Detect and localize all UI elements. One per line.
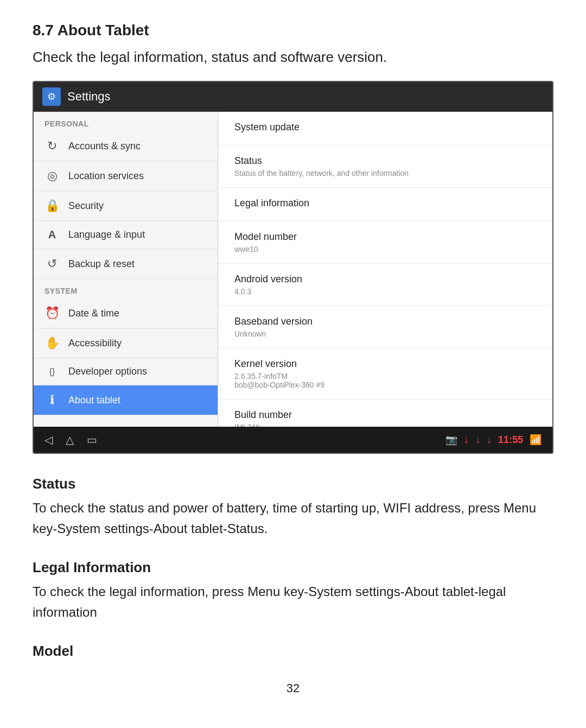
info-icon: ℹ: [44, 393, 60, 407]
settings-screenshot: ⚙ Settings PERSONAL ↻ Accounts & sync ◎ …: [33, 81, 553, 454]
clock-display: 11:55: [498, 434, 523, 446]
navbar-right-status: 📷 ↓ ↓ ↓ 11:55 📶: [445, 434, 542, 446]
system-update-title: System update: [234, 122, 536, 133]
baseband-version-value: Unknown: [234, 330, 536, 338]
settings-navbar: ◁ △ ▭ 📷 ↓ ↓ ↓ 11:55 📶: [34, 427, 552, 453]
sidebar-label-security: Security: [68, 200, 104, 212]
settings-content-panel: System update Status Status of the batte…: [218, 112, 552, 427]
content-model-number[interactable]: Model number wwe10: [218, 221, 552, 264]
content-build-number[interactable]: Build number IML74K: [218, 400, 552, 427]
sidebar-label-language-input: Language & input: [68, 229, 145, 240]
recent-apps-button[interactable]: ▭: [87, 433, 97, 446]
sidebar-label-accessibility: Accessibility: [68, 338, 122, 349]
content-legal-information[interactable]: Legal information: [218, 188, 552, 221]
content-baseband-version[interactable]: Baseband version Unknown: [218, 306, 552, 349]
content-system-update[interactable]: System update: [218, 112, 552, 145]
sidebar-label-location-services: Location services: [68, 170, 144, 182]
baseband-version-title: Baseband version: [234, 316, 536, 327]
legal-body-text: To check the legal information, press Me…: [33, 581, 553, 623]
settings-body: PERSONAL ↻ Accounts & sync ◎ Location se…: [34, 112, 552, 427]
model-number-title: Model number: [234, 231, 536, 243]
model-heading: Model: [33, 643, 553, 660]
content-kernel-version[interactable]: Kernel version 2.6.35.7-infoTM bob@bob-O…: [218, 349, 552, 400]
sidebar-label-date-time: Date & time: [68, 308, 119, 319]
settings-title: Settings: [67, 90, 111, 104]
settings-sidebar: PERSONAL ↻ Accounts & sync ◎ Location se…: [34, 112, 218, 427]
settings-app-icon: ⚙: [42, 87, 61, 106]
clock-icon: ⏰: [44, 306, 60, 320]
wifi-icon: 📶: [530, 434, 542, 446]
sidebar-item-location-services[interactable]: ◎ Location services: [34, 161, 218, 191]
page-number: 32: [33, 681, 553, 695]
home-button[interactable]: △: [66, 433, 74, 446]
back-button[interactable]: ◁: [44, 433, 53, 446]
navbar-left-buttons: ◁ △ ▭: [44, 433, 97, 446]
status-desc: Status of the battery, network, and othe…: [234, 169, 536, 178]
sidebar-item-about-tablet[interactable]: ℹ About tablet: [34, 385, 218, 415]
kernel-version-value: 2.6.35.7-infoTM bob@bob-OptiPlex-360 #9: [234, 372, 536, 389]
status-heading: Status: [33, 476, 553, 492]
status-body-section: Status To check the status and power of …: [33, 476, 553, 540]
sidebar-item-language-input[interactable]: A Language & input: [34, 221, 218, 249]
location-icon: ◎: [44, 169, 60, 183]
personal-section-label: PERSONAL: [34, 112, 218, 131]
sidebar-label-backup-reset: Backup & reset: [68, 258, 135, 270]
lock-icon: 🔒: [44, 199, 60, 213]
sidebar-item-accounts-sync[interactable]: ↻ Accounts & sync: [34, 131, 218, 161]
android-version-value: 4.0.3: [234, 287, 536, 296]
language-icon: A: [44, 229, 60, 241]
system-section-label: SYSTEM: [34, 279, 218, 299]
sidebar-item-security[interactable]: 🔒 Security: [34, 191, 218, 221]
build-number-title: Build number: [234, 409, 536, 421]
legal-heading: Legal Information: [33, 559, 553, 576]
sidebar-item-backup-reset[interactable]: ↺ Backup & reset: [34, 249, 218, 279]
sidebar-label-about-tablet: About tablet: [68, 395, 120, 406]
legal-information-title: Legal information: [234, 198, 536, 209]
sidebar-item-developer-options[interactable]: {} Developer options: [34, 358, 218, 385]
legal-body-section: Legal Information To check the legal inf…: [33, 559, 553, 623]
download-icon-1: ↓: [464, 434, 469, 446]
sidebar-label-developer-options: Developer options: [68, 366, 147, 377]
camera-status-icon: 📷: [445, 434, 457, 446]
backup-icon: ↺: [44, 257, 60, 271]
settings-titlebar: ⚙ Settings: [34, 82, 552, 112]
kernel-version-title: Kernel version: [234, 358, 536, 370]
sync-icon: ↻: [44, 139, 60, 153]
page-title: 8.7 About Tablet: [33, 22, 553, 39]
settings-icon-symbol: ⚙: [47, 91, 56, 103]
status-title: Status: [234, 155, 536, 167]
download-icon-3: ↓: [487, 434, 492, 446]
model-number-value: wwe10: [234, 245, 536, 254]
sidebar-label-accounts-sync: Accounts & sync: [68, 141, 141, 152]
developer-icon: {}: [44, 367, 60, 377]
accessibility-icon: ✋: [44, 336, 60, 350]
page-subtitle: Check the legal information, status and …: [33, 49, 553, 66]
content-android-version[interactable]: Android version 4.0.3: [218, 264, 552, 306]
build-number-value: IML74K: [234, 423, 536, 427]
sidebar-item-date-time[interactable]: ⏰ Date & time: [34, 299, 218, 328]
android-version-title: Android version: [234, 274, 536, 285]
model-body-section: Model: [33, 643, 553, 660]
sidebar-item-accessibility[interactable]: ✋ Accessibility: [34, 328, 218, 358]
status-body-text: To check the status and power of battery…: [33, 498, 553, 540]
download-icon-2: ↓: [475, 434, 480, 446]
content-status[interactable]: Status Status of the battery, network, a…: [218, 145, 552, 188]
